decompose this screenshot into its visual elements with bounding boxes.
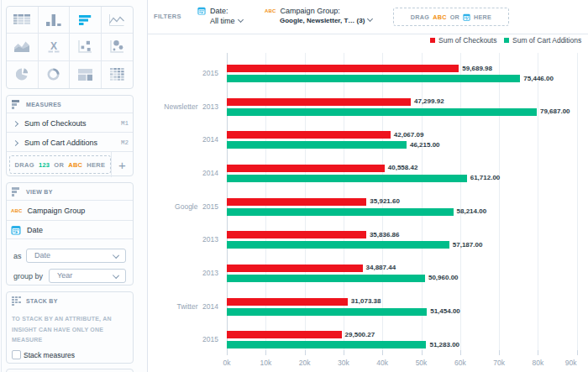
svg-text:X: X	[50, 41, 57, 52]
